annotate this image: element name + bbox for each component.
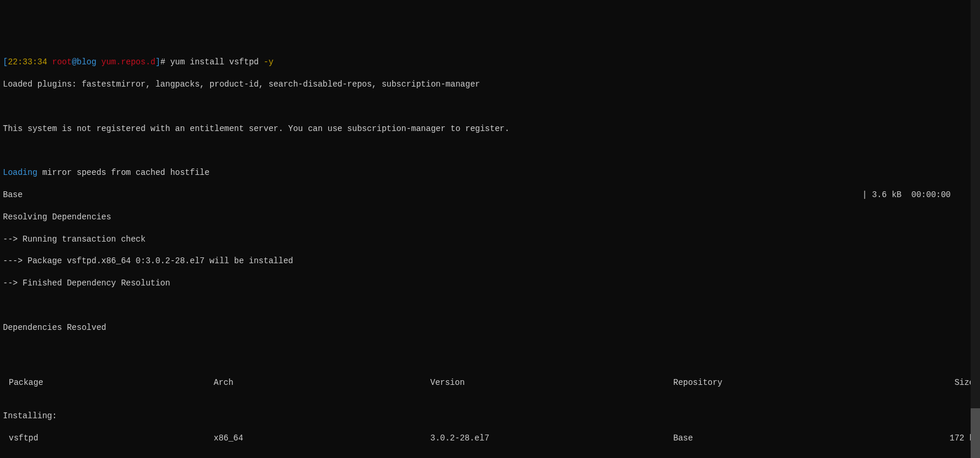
- cell-arch: x86_64: [214, 433, 430, 444]
- loading-rest: mirror speeds from cached hostfile: [37, 168, 210, 177]
- col-arch: Arch: [214, 377, 430, 388]
- command-text: yum install vsftpd: [170, 57, 259, 67]
- output-resolving: Resolving Dependencies: [3, 212, 977, 223]
- output-not-registered: This system is not registered with an en…: [3, 123, 977, 135]
- prompt-line: [22:33:34 root@blog yum.repos.d]# yum in…: [3, 57, 977, 68]
- output-loading: Loading mirror speeds from cached hostfi…: [3, 167, 977, 178]
- col-size: Size: [872, 377, 977, 388]
- command-flag: -y: [263, 57, 273, 67]
- col-version: Version: [430, 377, 673, 388]
- output-deps-resolved: Dependencies Resolved: [3, 322, 977, 333]
- table-header: PackageArchVersionRepositorySize: [3, 377, 977, 388]
- cell-size: 172 k: [872, 433, 977, 444]
- blank-line: [3, 455, 977, 458]
- base-label: Base: [3, 190, 23, 201]
- prompt-host: blog: [77, 57, 97, 67]
- prompt-at: @: [72, 57, 77, 67]
- output-installing-label: Installing:: [3, 411, 977, 422]
- terminal-output[interactable]: [22:33:34 root@blog yum.repos.d]# yum in…: [3, 46, 977, 458]
- base-size: | 3.6 kB 00:00:00: [862, 190, 977, 201]
- prompt-cwd: yum.repos.d: [101, 57, 155, 67]
- output-plugins: Loaded plugins: fastestmirror, langpacks…: [3, 79, 977, 90]
- blank-line: [3, 300, 977, 311]
- scrollbar[interactable]: [971, 0, 980, 458]
- prompt-time: 22:33:34: [8, 57, 47, 67]
- blank-line: [3, 345, 977, 356]
- col-repository: Repository: [673, 377, 872, 388]
- scrollbar-thumb[interactable]: [971, 408, 980, 458]
- prompt-hash: #: [160, 57, 165, 67]
- cell-version: 3.0.2-28.el7: [430, 433, 673, 444]
- cell-repository: Base: [673, 433, 872, 444]
- prompt-user: root: [52, 57, 72, 67]
- cell-package: vsftpd: [3, 433, 214, 444]
- output-base-row: Base| 3.6 kB 00:00:00: [3, 190, 977, 201]
- blank-line: [3, 146, 977, 157]
- output-pkg-installed: ---> Package vsftpd.x86_64 0:3.0.2-28.el…: [3, 256, 977, 267]
- bracket-close: ]: [155, 57, 160, 67]
- output-running-check: --> Running transaction check: [3, 234, 977, 245]
- col-package: Package: [3, 377, 214, 388]
- output-finished-dep: --> Finished Dependency Resolution: [3, 278, 977, 289]
- table-row: vsftpdx86_643.0.2-28.el7Base172 k: [3, 433, 977, 444]
- blank-line: [3, 101, 977, 112]
- loading-word: Loading: [3, 168, 37, 177]
